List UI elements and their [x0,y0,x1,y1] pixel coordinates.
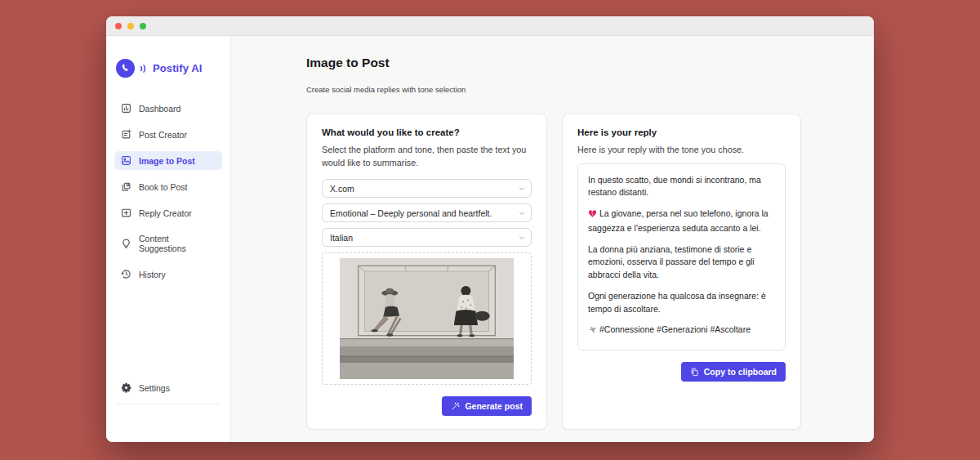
platform-select-value: X.com [330,184,354,194]
tone-select[interactable]: Emotional – Deeply personal and heartfel… [322,203,532,222]
sound-waves-icon [140,63,148,74]
history-clock-icon [121,269,131,279]
copy-to-clipboard-button[interactable]: Copy to clipboard [681,362,786,382]
post-creator-icon [121,129,131,140]
sidebar-item-history[interactable]: History [114,265,222,284]
broken-heart-icon [588,209,597,222]
phone-sound-waves-icon [116,59,135,78]
chevron-down-icon [519,234,525,241]
reply-paragraph: #Connessione #Generazioni #Ascoltare [588,324,775,338]
composer-description: Select the platform and tone, then paste… [322,144,532,169]
reply-paragraph: La donna più anziana, testimone di stori… [588,243,775,282]
reply-paragraph: La giovane, persa nel suo telefono, igno… [588,208,775,235]
dashboard-chart-icon [121,103,131,114]
copy-to-clipboard-label: Copy to clipboard [704,367,777,377]
magic-wand-icon [451,402,460,411]
composer-card: What would you like to create? Select th… [306,114,547,430]
zoom-window-button[interactable] [140,23,146,29]
window-titlebar [106,16,874,36]
composer-heading: What would you like to create? [322,127,532,137]
language-select-value: Italian [330,233,353,243]
sidebar-item-label: Content Suggestions [139,234,216,253]
sidebar-item-image-to-post[interactable]: Image to Post [114,151,222,170]
reply-heading: Here is your reply [577,127,786,137]
language-select[interactable]: Italian [322,228,532,247]
image-dropzone[interactable] [322,252,532,385]
reply-card: Here is your reply Here is your reply wi… [562,114,801,430]
minimize-window-button[interactable] [127,23,134,29]
image-icon [121,155,131,166]
sidebar-item-post-creator[interactable]: Post Creator [114,125,222,144]
sidebar-item-label: Post Creator [139,130,187,140]
reply-paragraph: In questo scatto, due mondi si incontran… [588,174,775,200]
page-title: Image to Post [306,56,801,70]
sidebar-item-label: Reply Creator [139,208,192,218]
app-name: Postify AI [153,62,202,74]
app-logo: Postify AI [114,52,222,84]
generate-post-button[interactable]: Generate post [442,396,532,416]
sidebar-item-content-suggestions[interactable]: Content Suggestions [114,230,222,257]
sidebar: Postify AI Dashboard Post Creator Image … [106,36,231,442]
sidebar-nav: Dashboard Post Creator Image to Post Boo… [114,99,222,284]
sidebar-item-label: History [139,270,166,279]
dove-icon [588,325,597,338]
reply-plus-icon [121,208,131,218]
app-window: Postify AI Dashboard Post Creator Image … [106,16,874,442]
close-window-button[interactable] [115,23,122,29]
book-icon [121,181,131,192]
sidebar-item-book-to-post[interactable]: Book to Post [114,177,222,196]
sidebar-divider [116,404,220,404]
platform-select[interactable]: X.com [322,179,532,198]
sidebar-item-reply-creator[interactable]: Reply Creator [114,203,222,222]
sidebar-item-label: Settings [139,383,170,393]
lightbulb-icon [121,239,131,249]
chevron-down-icon [519,185,525,192]
copy-icon [690,368,699,377]
sidebar-item-settings[interactable]: Settings [114,378,222,397]
main-area: Image to Post Create social media replie… [231,36,874,442]
sidebar-item-label: Image to Post [139,156,195,166]
chevron-down-icon [519,210,525,217]
gear-icon [121,382,131,393]
reply-text-box: In questo scatto, due mondi si incontran… [577,163,786,351]
reply-paragraph: Ogni generazione ha qualcosa da insegnar… [588,290,775,316]
tone-select-value: Emotional – Deeply personal and heartfel… [330,208,492,218]
uploaded-photo [340,258,514,379]
reply-subtitle: Here is your reply with the tone you cho… [577,144,786,157]
sidebar-item-label: Dashboard [139,104,180,114]
sidebar-item-label: Book to Post [139,182,188,192]
sidebar-item-dashboard[interactable]: Dashboard [114,99,222,118]
generate-post-label: Generate post [465,401,523,411]
page-subtitle: Create social media replies with tone se… [306,85,801,94]
